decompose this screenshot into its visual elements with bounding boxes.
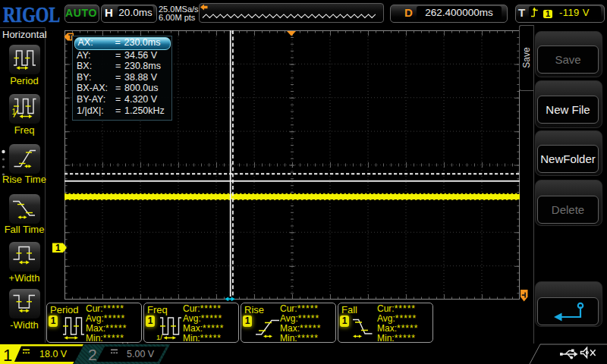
svg-text:1: 1 xyxy=(55,243,61,253)
svg-text:1/: 1/ xyxy=(156,333,162,341)
